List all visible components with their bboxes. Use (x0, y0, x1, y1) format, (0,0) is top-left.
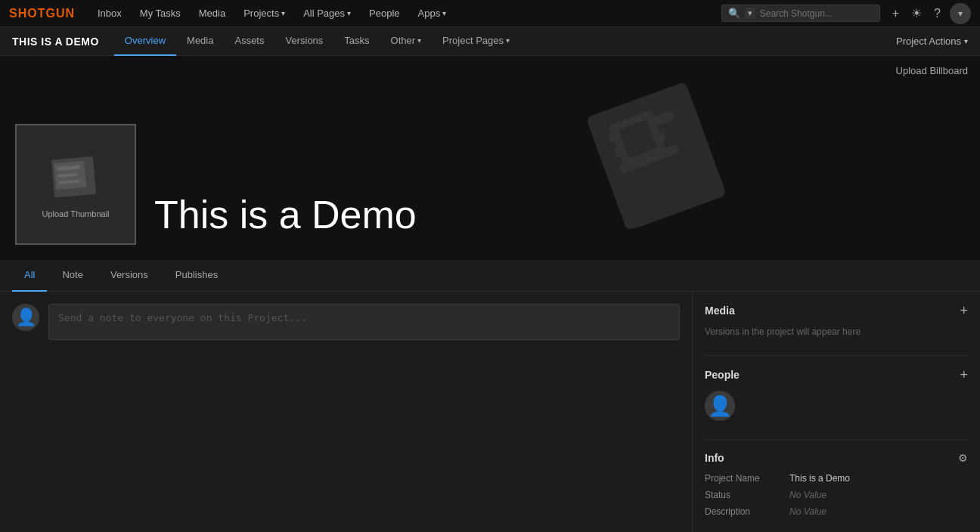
people-section: People + 👤 (705, 368, 968, 421)
info-row-project-name: Project Name This is a Demo (705, 473, 968, 484)
logo-text: SHOTGUN (9, 7, 75, 20)
all-pages-dropdown-arrow: ▾ (347, 9, 351, 17)
main-layout: 👤 Media + Versions in the project will a… (0, 292, 980, 532)
sidebar-divider-1 (705, 355, 968, 356)
search-bar[interactable]: 🔍 ▾ (721, 5, 880, 22)
sidebar-divider-2 (705, 439, 968, 440)
app-logo[interactable]: SHOTGUN (9, 7, 75, 20)
info-label-description: Description (705, 506, 780, 517)
info-section-title: Info (705, 452, 724, 464)
media-section: Media + Versions in the project will app… (705, 304, 968, 337)
nav-my-tasks[interactable]: My Tasks (132, 5, 188, 22)
nav-projects[interactable]: Projects ▾ (236, 5, 293, 22)
proj-nav-assets[interactable]: Assets (224, 27, 274, 56)
help-icon[interactable]: ? (931, 4, 944, 23)
info-section: Info ⚙ Project Name This is a Demo Statu… (705, 452, 968, 517)
upload-thumbnail-button[interactable]: Upload Thumbnail (15, 124, 136, 245)
top-nav-icons: + ☀ ? ▾ (889, 3, 971, 24)
tab-publishes[interactable]: Publishes (163, 260, 230, 292)
hero-background-icon (573, 59, 752, 252)
hero-project-title: This is a Demo (154, 192, 417, 237)
nav-apps[interactable]: Apps ▾ (411, 5, 454, 22)
proj-nav-tasks[interactable]: Tasks (333, 27, 380, 56)
search-input[interactable] (760, 8, 873, 19)
upload-billboard-button[interactable]: Upload Billboard (896, 65, 968, 76)
media-add-button[interactable]: + (960, 304, 968, 317)
other-dropdown-arrow: ▾ (417, 36, 421, 45)
people-avatar-icon: 👤 (708, 394, 732, 418)
note-composer: 👤 (12, 304, 680, 340)
search-icon: 🔍 (728, 8, 740, 19)
media-section-header: Media + (705, 304, 968, 317)
note-input[interactable] (48, 304, 680, 340)
info-row-status: Status No Value (705, 490, 968, 500)
tab-note[interactable]: Note (50, 260, 95, 292)
nav-media[interactable]: Media (191, 5, 233, 22)
people-avatar: 👤 (705, 391, 735, 421)
info-label-status: Status (705, 490, 780, 500)
people-section-title: People (705, 369, 740, 381)
project-nav: THIS IS A DEMO Overview Media Assets Ver… (0, 27, 980, 56)
nav-inbox[interactable]: Inbox (90, 5, 129, 22)
info-value-description: No Value (789, 506, 826, 517)
projects-dropdown-arrow: ▾ (281, 9, 285, 17)
tab-all[interactable]: All (12, 260, 47, 292)
info-row-description: Description No Value (705, 506, 968, 517)
user-avatar[interactable]: ▾ (950, 3, 971, 24)
user-avatar-icon: 👤 (16, 308, 36, 327)
info-section-header: Info ⚙ (705, 452, 968, 464)
project-actions-dropdown-arrow: ▾ (964, 37, 968, 45)
nav-people[interactable]: People (361, 5, 407, 22)
add-icon[interactable]: + (889, 4, 902, 23)
project-actions-button[interactable]: Project Actions ▾ (884, 27, 980, 56)
people-section-header: People + (705, 368, 968, 382)
avatar-chevron: ▾ (958, 8, 963, 19)
proj-nav-media[interactable]: Media (176, 27, 224, 56)
info-value-status: No Value (789, 490, 826, 500)
apps-dropdown-arrow: ▾ (442, 9, 446, 17)
people-add-button[interactable]: + (960, 368, 968, 382)
media-empty-text: Versions in the project will appear here (705, 326, 968, 337)
sun-icon[interactable]: ☀ (908, 3, 925, 23)
sidebar: Media + Versions in the project will app… (693, 292, 980, 532)
proj-nav-overview[interactable]: Overview (114, 27, 176, 56)
tab-versions[interactable]: Versions (98, 260, 160, 292)
upload-thumbnail-label: Upload Thumbnail (42, 209, 109, 218)
proj-nav-versions[interactable]: Versions (274, 27, 333, 56)
info-gear-icon[interactable]: ⚙ (958, 452, 968, 464)
top-nav: SHOTGUN Inbox My Tasks Media Projects ▾ … (0, 0, 980, 27)
info-label-project-name: Project Name (705, 473, 780, 484)
project-title: THIS IS A DEMO (12, 36, 99, 48)
nav-all-pages[interactable]: All Pages ▾ (296, 5, 358, 22)
proj-nav-project-pages[interactable]: Project Pages ▾ (432, 27, 520, 56)
media-section-title: Media (705, 305, 735, 317)
thumbnail-placeholder-icon (49, 150, 102, 203)
feed-area: 👤 (0, 292, 693, 532)
search-filter-badge[interactable]: ▾ (745, 8, 755, 19)
tab-bar: All Note Versions Publishes (0, 260, 980, 292)
project-pages-dropdown-arrow: ▾ (506, 36, 510, 45)
info-value-project-name: This is a Demo (789, 473, 850, 484)
proj-nav-other[interactable]: Other ▾ (380, 27, 433, 56)
current-user-avatar: 👤 (12, 304, 39, 331)
hero-area: Upload Billboard Upload Thumbnail This i… (0, 56, 980, 260)
